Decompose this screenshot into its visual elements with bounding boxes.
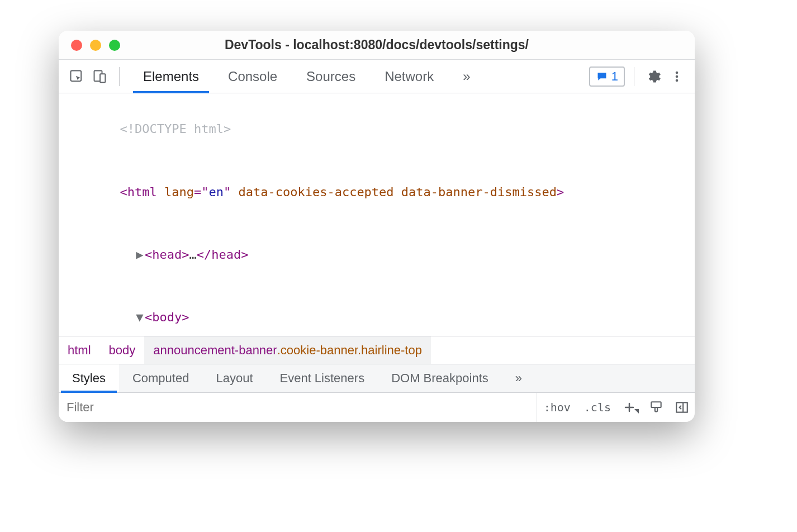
svg-rect-7 xyxy=(676,402,687,412)
traffic-lights xyxy=(59,40,120,51)
stab-layout[interactable]: Layout xyxy=(202,364,266,392)
tab-network[interactable]: Network xyxy=(370,60,448,93)
expand-triangle-icon[interactable]: ▶ xyxy=(135,244,145,265)
inspect-element-icon[interactable] xyxy=(67,66,87,87)
stab-event-listeners[interactable]: Event Listeners xyxy=(267,364,378,392)
close-window-button[interactable] xyxy=(71,40,82,51)
devtools-window: DevTools - localhost:8080/docs/devtools/… xyxy=(59,31,695,422)
stab-dom-breakpoints[interactable]: DOM Breakpoints xyxy=(378,364,502,392)
maximize-window-button[interactable] xyxy=(109,40,120,51)
stabs-overflow-icon[interactable]: » xyxy=(502,364,535,392)
svg-point-5 xyxy=(676,79,679,82)
tabs-overflow-icon[interactable]: » xyxy=(448,60,485,93)
crumb-selected[interactable]: announcement-banner.cookie-banner.hairli… xyxy=(144,336,431,364)
svg-rect-6 xyxy=(651,402,661,407)
dom-doctype[interactable]: <!DOCTYPE html> xyxy=(59,98,695,160)
issues-count: 1 xyxy=(611,69,618,84)
crumb-html[interactable]: html xyxy=(59,336,100,364)
toolbar-separator xyxy=(119,67,120,86)
dom-head-node[interactable]: ▶<head>…</head> xyxy=(59,223,695,286)
dom-html-open[interactable]: <html lang="en" data-cookies-accepted da… xyxy=(59,160,695,223)
collapse-triangle-icon[interactable]: ▼ xyxy=(135,307,145,327)
computed-sidebar-toggle-icon[interactable] xyxy=(669,393,695,422)
paint-brush-icon[interactable] xyxy=(643,393,669,422)
tab-elements[interactable]: Elements xyxy=(129,60,214,93)
panel-tabs: Elements Console Sources Network » xyxy=(129,60,485,93)
svg-point-3 xyxy=(676,71,679,74)
settings-icon[interactable] xyxy=(643,66,663,87)
issues-badge[interactable]: 1 xyxy=(589,66,625,87)
titlebar: DevTools - localhost:8080/docs/devtools/… xyxy=(59,31,695,60)
cls-toggle[interactable]: .cls xyxy=(577,393,618,422)
kebab-menu-icon[interactable] xyxy=(667,66,687,87)
new-style-rule-icon[interactable] xyxy=(618,393,643,422)
minimize-window-button[interactable] xyxy=(90,40,101,51)
tab-sources[interactable]: Sources xyxy=(292,60,370,93)
styles-panel-tabs: Styles Computed Layout Event Listeners D… xyxy=(59,364,695,393)
toolbar-separator xyxy=(634,67,634,86)
tab-console[interactable]: Console xyxy=(214,60,292,93)
stab-computed[interactable]: Computed xyxy=(119,364,203,392)
message-icon xyxy=(596,71,608,82)
breadcrumb: html body announcement-banner.cookie-ban… xyxy=(59,336,695,364)
window-title: DevTools - localhost:8080/docs/devtools/… xyxy=(59,37,695,53)
svg-point-4 xyxy=(676,75,679,78)
stab-styles[interactable]: Styles xyxy=(59,364,119,392)
styles-filter-row: :hov .cls xyxy=(59,393,695,422)
crumb-body[interactable]: body xyxy=(100,336,145,364)
main-toolbar: Elements Console Sources Network » 1 xyxy=(59,60,695,93)
styles-filter-input[interactable] xyxy=(59,393,537,422)
svg-rect-2 xyxy=(100,74,105,82)
device-toolbar-icon[interactable] xyxy=(90,66,110,87)
hov-toggle[interactable]: :hov xyxy=(537,393,577,422)
dom-body-open[interactable]: ▼<body> xyxy=(59,286,695,336)
elements-dom-tree[interactable]: <!DOCTYPE html> <html lang="en" data-coo… xyxy=(59,93,695,336)
